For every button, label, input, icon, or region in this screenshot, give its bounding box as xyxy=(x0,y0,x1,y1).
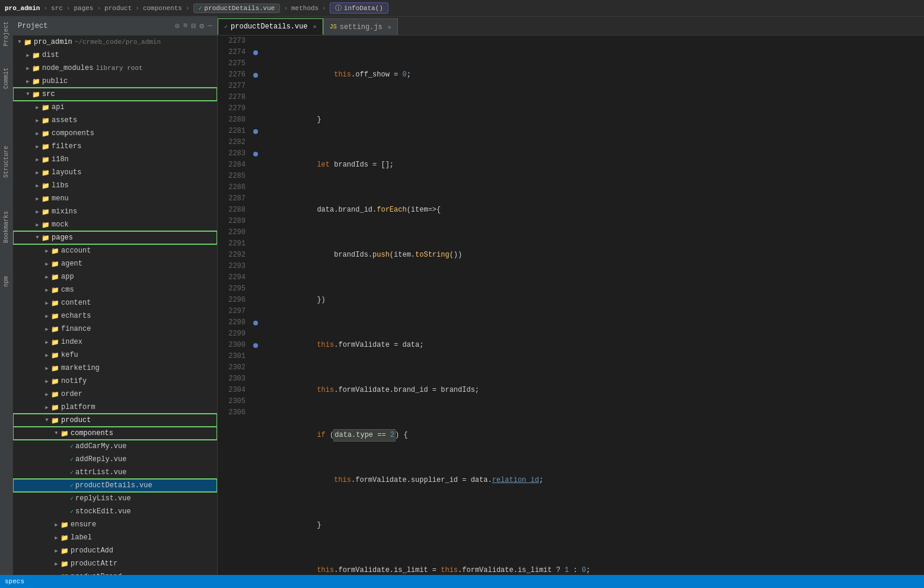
tree-item-i18n[interactable]: ▶ 📁 i18n xyxy=(13,153,217,166)
mixins-label: mixins xyxy=(52,207,77,216)
tree-item-marketing[interactable]: ▶ 📁 marketing xyxy=(13,362,217,375)
pages-label: pages xyxy=(52,234,73,242)
tree-item-product[interactable]: ▼ 📁 product xyxy=(13,414,217,427)
tree-item-assets[interactable]: ▶ 📁 assets xyxy=(13,114,217,127)
tree-item-productAttr[interactable]: ▶ 📁 productAttr xyxy=(13,557,217,570)
tree-item-ensure[interactable]: ▶ 📁 ensure xyxy=(13,518,217,531)
side-tab-structure[interactable]: Structure xyxy=(2,141,11,183)
tree-item-src[interactable]: ▼ 📁 src xyxy=(13,88,217,101)
tree-item-components-sub[interactable]: ▼ 📁 components xyxy=(13,427,217,440)
tree-item-agent[interactable]: ▶ 📁 agent xyxy=(13,257,217,270)
top-breadcrumb-bar: pro_admin › src › pages › product › comp… xyxy=(0,0,924,17)
ensure-label: ensure xyxy=(71,520,96,529)
breadcrumb-file: ✓ productDetails.vue xyxy=(193,4,281,13)
public-label: public xyxy=(42,77,68,85)
root-label: pro_admin xyxy=(34,38,72,46)
api-label: api xyxy=(52,103,65,111)
tree-item-productDetails[interactable]: ▶ ✓ productDetails.vue xyxy=(13,479,217,492)
cms-label: cms xyxy=(61,286,74,294)
code-editor: ✓ productDetails.vue ✕ JS setting.js ✕ 2… xyxy=(218,17,924,575)
tree-item-filters[interactable]: ▶ 📁 filters xyxy=(13,140,217,153)
side-tabs-left: Project Commit Structure Bookmarks npm xyxy=(0,17,13,575)
account-label: account xyxy=(61,247,91,255)
libs-folder-icon: 📁 xyxy=(42,182,50,190)
tree-root[interactable]: ▼ 📁 pro_admin ~/crmeb_code/pro_admin xyxy=(13,36,217,49)
tree-item-productBrand[interactable]: ▶ 📁 productBrand xyxy=(13,570,217,575)
tree-icon-3[interactable]: ⊟ xyxy=(192,21,196,31)
tree-item-finance[interactable]: ▶ 📁 finance xyxy=(13,322,217,335)
tree-item-attrList[interactable]: ▶ ✓ attrList.vue xyxy=(13,466,217,479)
components-sub-label: components xyxy=(71,429,113,437)
code-lines: this.off_show = 0; } let brandIds = []; … xyxy=(261,36,924,575)
code-line-2277: brandIds.push(item.toString()) xyxy=(266,250,924,261)
project-name: pro_admin xyxy=(5,5,40,12)
order-label: order xyxy=(61,390,82,398)
side-tab-commit[interactable]: Commit xyxy=(2,63,11,94)
side-tab-project[interactable]: Project xyxy=(2,17,11,51)
tree-settings-icon[interactable]: ⚙ xyxy=(199,21,204,31)
editor-tabs: ✓ productDetails.vue ✕ JS setting.js ✕ xyxy=(218,17,924,36)
addReply-label: addReply.vue xyxy=(75,455,126,464)
productAdd-folder-icon: 📁 xyxy=(60,547,69,555)
file-tree-icons: ⊙ ≡ ⊟ ⚙ — xyxy=(175,21,212,31)
tree-item-mixins[interactable]: ▶ 📁 mixins xyxy=(13,205,217,218)
tree-item-productAdd[interactable]: ▶ 📁 productAdd xyxy=(13,544,217,557)
order-folder-icon: 📁 xyxy=(51,391,59,398)
agent-label: agent xyxy=(61,260,82,268)
tree-item-addReply[interactable]: ▶ ✓ addReply.vue xyxy=(13,453,217,466)
tree-item-mock[interactable]: ▶ 📁 mock xyxy=(13,218,217,231)
tree-item-stockEdit[interactable]: ▶ ✓ stockEdit.vue xyxy=(13,505,217,518)
tree-item-menu[interactable]: ▶ 📁 menu xyxy=(13,192,217,205)
tab-setting-close[interactable]: ✕ xyxy=(388,24,391,31)
components-sub-folder-icon: 📁 xyxy=(60,430,69,437)
tree-item-replyList[interactable]: ▶ ✓ replyList.vue xyxy=(13,492,217,505)
src-label: src xyxy=(42,90,55,98)
productAdd-label: productAdd xyxy=(71,547,113,555)
tree-item-public[interactable]: ▶ 📁 public xyxy=(13,75,217,88)
tree-item-layouts[interactable]: ▶ 📁 layouts xyxy=(13,166,217,179)
tree-item-index-page[interactable]: ▶ 📁 index xyxy=(13,335,217,349)
tree-icon-2[interactable]: ≡ xyxy=(183,21,188,31)
tab-setting-label: setting.js xyxy=(340,23,383,31)
tree-item-pages[interactable]: ▼ 📁 pages xyxy=(13,231,217,244)
tree-minimize-icon[interactable]: — xyxy=(208,21,212,31)
content-folder-icon: 📁 xyxy=(51,299,59,307)
tree-item-components-src[interactable]: ▶ 📁 components xyxy=(13,127,217,140)
tree-item-dist[interactable]: ▶ 📁 dist xyxy=(13,49,217,62)
public-arrow: ▶ xyxy=(24,78,32,85)
index-folder-icon: 📁 xyxy=(51,338,59,346)
tab-productDetails-close[interactable]: ✕ xyxy=(313,23,317,30)
tree-item-kefu[interactable]: ▶ 📁 kefu xyxy=(13,349,217,362)
dist-label: dist xyxy=(42,51,59,59)
tree-item-api[interactable]: ▶ 📁 api xyxy=(13,101,217,114)
content-label: content xyxy=(61,299,91,307)
replyList-vue-icon: ✓ xyxy=(70,495,74,502)
attrList-label: attrList.vue xyxy=(75,468,126,477)
tree-icon-1[interactable]: ⊙ xyxy=(175,21,180,31)
tab-productDetails[interactable]: ✓ productDetails.vue ✕ xyxy=(218,18,323,35)
components-src-folder-icon: 📁 xyxy=(42,130,50,138)
tree-item-account[interactable]: ▶ 📁 account xyxy=(13,244,217,257)
tree-item-order[interactable]: ▶ 📁 order xyxy=(13,388,217,401)
tree-item-libs[interactable]: ▶ 📁 libs xyxy=(13,179,217,192)
code-line-2281: if (data.type == 2) { xyxy=(266,430,924,441)
tree-item-app[interactable]: ▶ 📁 app xyxy=(13,270,217,283)
side-tab-npm[interactable]: npm xyxy=(2,271,11,292)
api-folder-icon: 📁 xyxy=(42,104,50,111)
account-folder-icon: 📁 xyxy=(51,247,59,255)
tree-item-notify[interactable]: ▶ 📁 notify xyxy=(13,375,217,388)
tree-item-platform[interactable]: ▶ 📁 platform xyxy=(13,401,217,414)
code-line-2280: this.formValidate.brand_id = brandIds; xyxy=(266,385,924,396)
tab-js-icon: JS xyxy=(330,24,337,30)
tab-setting[interactable]: JS setting.js ✕ xyxy=(323,18,398,35)
tree-item-addCarMy[interactable]: ▶ ✓ addCarMy.vue xyxy=(13,440,217,453)
tree-item-echarts[interactable]: ▶ 📁 echarts xyxy=(13,309,217,322)
tree-item-node_modules[interactable]: ▶ 📁 node_modules library root xyxy=(13,62,217,75)
tree-item-label[interactable]: ▶ 📁 label xyxy=(13,531,217,544)
tree-item-cms[interactable]: ▶ 📁 cms xyxy=(13,283,217,296)
tree-item-content[interactable]: ▶ 📁 content xyxy=(13,296,217,309)
code-content[interactable]: 2273 2274 2275 2276 2277 2278 2279 2280 … xyxy=(218,36,924,575)
side-tab-bookmarks[interactable]: Bookmarks xyxy=(2,206,11,248)
marketing-label: marketing xyxy=(61,364,100,372)
status-bar: specs xyxy=(0,575,924,588)
